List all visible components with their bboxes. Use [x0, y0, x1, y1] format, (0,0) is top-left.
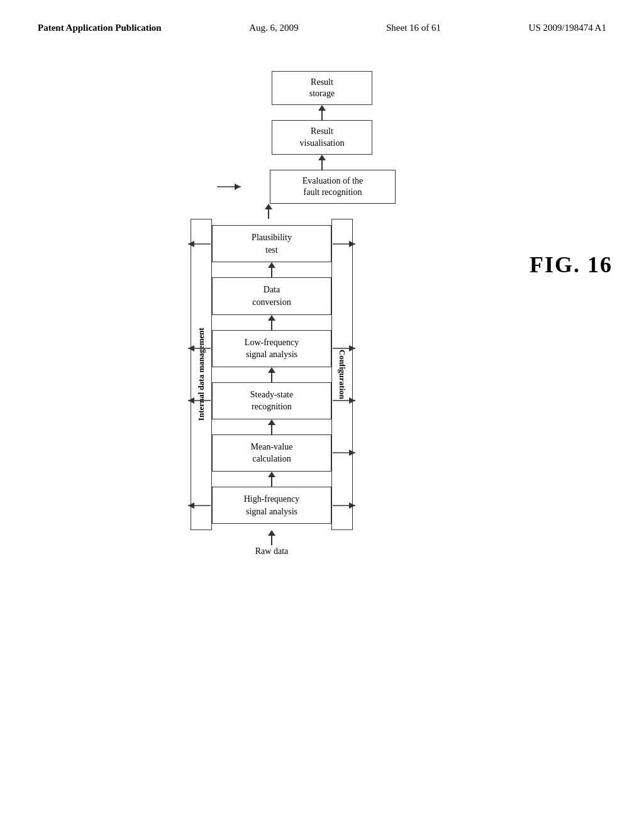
evaluation-row: Evaluation of thefault recognition: [248, 170, 396, 204]
plausibility-row: Plausibilitytest: [212, 225, 331, 262]
svg-marker-5: [349, 241, 355, 247]
eval-box-wrapper: Evaluation of thefault recognition: [270, 170, 396, 204]
left-arrow-steady: [187, 394, 212, 407]
publication-date: Aug. 6, 2009: [249, 23, 298, 33]
arrow-plausibility-to-dataconv: [268, 262, 275, 277]
result-storage-box: Resultstorage: [272, 71, 372, 105]
raw-data-label: Raw data: [255, 545, 288, 556]
data-conversion-label: Dataconversion: [252, 285, 291, 307]
svg-marker-9: [349, 345, 355, 351]
right-arrow-steady: [331, 394, 357, 407]
diagram-area: Resultstorage Resultvisualisation: [0, 40, 644, 556]
mean-value-box: Mean-valuecalculation: [212, 434, 331, 472]
plausibility-label: Plausibilitytest: [252, 233, 292, 255]
result-visualisation-label: Resultvisualisation: [300, 126, 345, 147]
low-frequency-row: Low-frequencysignal analysis: [212, 330, 331, 367]
center-stack: Plausibilitytest: [212, 219, 331, 530]
configuration-label: Configuration: [337, 350, 347, 399]
left-arrow-eval: [248, 186, 270, 187]
arrow-to-result-vis: [318, 155, 326, 170]
steady-state-label: Steady-staterecognition: [250, 390, 293, 412]
high-frequency-box: High-frequencysignal analysis: [212, 487, 331, 524]
data-conversion-box: Dataconversion: [212, 277, 331, 314]
raw-data-text: Raw data: [255, 546, 288, 556]
right-arrow-highfreq: [331, 499, 357, 512]
svg-marker-1: [235, 184, 241, 190]
page-header: Patent Application Publication Aug. 6, 2…: [0, 0, 644, 40]
right-arrow-mean: [331, 446, 357, 459]
arrow-rawdata-to-highfreq: [268, 530, 275, 545]
left-arrow-plausibility: [187, 238, 212, 250]
svg-marker-3: [188, 241, 194, 247]
configuration-sidebar: Configuration: [331, 219, 353, 530]
mean-value-label: Mean-valuecalculation: [251, 442, 293, 464]
result-storage-label: Resultstorage: [309, 77, 335, 98]
left-arrow-lowfreq: [187, 342, 212, 355]
evaluation-label: Evaluation of thefault recognition: [303, 176, 363, 197]
arrow-to-eval: [265, 204, 272, 219]
svg-marker-7: [188, 345, 194, 351]
right-arrow-plausibility: [331, 238, 357, 250]
arrow-lowfreq-to-steady: [268, 367, 275, 382]
sheet-info: Sheet 16 of 61: [386, 23, 441, 33]
right-arrow-lowfreq: [331, 342, 357, 355]
plausibility-box: Plausibilitytest: [212, 225, 331, 262]
high-frequency-label: High-frequencysignal analysis: [244, 494, 300, 516]
complex-section: Internal data management Plausibilitytes…: [191, 219, 353, 530]
arrow-mean-to-highfreq: [268, 472, 275, 487]
arrow-to-result-storage: [318, 105, 326, 120]
evaluation-box: Evaluation of thefault recognition: [270, 170, 396, 204]
steady-state-row: Steady-staterecognition: [212, 382, 331, 419]
arrow-steady-to-mean: [268, 419, 275, 434]
high-frequency-row: High-frequencysignal analysis: [212, 487, 331, 524]
mean-value-row: Mean-valuecalculation: [212, 434, 331, 472]
svg-marker-13: [349, 397, 355, 404]
svg-marker-11: [188, 397, 194, 404]
svg-marker-15: [349, 450, 355, 456]
internal-data-management-sidebar: Internal data management: [191, 219, 212, 530]
left-arrow-highfreq: [187, 499, 212, 512]
low-frequency-box: Low-frequencysignal analysis: [212, 330, 331, 367]
steady-state-box: Steady-staterecognition: [212, 382, 331, 419]
arrow-dataconv-to-lowfreq: [268, 315, 275, 330]
low-frequency-label: Low-frequencysignal analysis: [245, 338, 299, 360]
svg-marker-17: [188, 502, 194, 509]
publication-title: Patent Application Publication: [38, 23, 162, 33]
patent-number: US 2009/198474 A1: [529, 23, 606, 33]
result-visualisation-box: Resultvisualisation: [272, 120, 372, 154]
data-conversion-row: Dataconversion: [212, 277, 331, 314]
left-hook-eval: [217, 180, 248, 193]
svg-marker-19: [349, 502, 355, 509]
full-diagram: Resultstorage Resultvisualisation: [248, 71, 396, 556]
